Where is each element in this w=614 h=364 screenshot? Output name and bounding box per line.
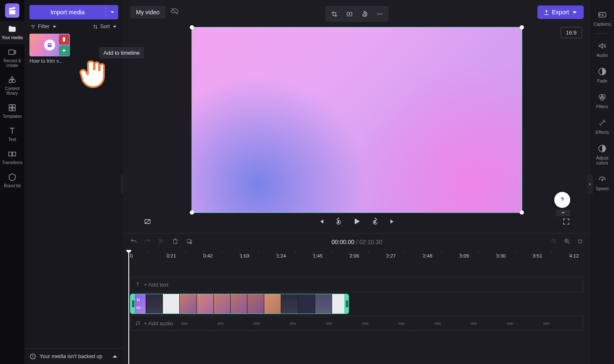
rr-effects[interactable]: Effects (590, 114, 614, 140)
rotate-button[interactable] (357, 8, 372, 20)
right-panel-expand-handle[interactable] (587, 175, 593, 194)
backup-warning[interactable]: Your media isn't backed up (24, 348, 123, 364)
zoom-out-button[interactable] (550, 238, 558, 246)
svg-point-21 (190, 242, 191, 244)
resize-handle-tr[interactable] (520, 25, 524, 29)
media-play-badge (44, 40, 55, 50)
play-icon (352, 216, 362, 226)
rail-label: Record & create (1, 58, 24, 68)
media-add-to-timeline-button[interactable] (59, 45, 69, 56)
cloud-off-indicator[interactable] (170, 7, 179, 17)
rail-label: Your media (1, 35, 24, 40)
svg-rect-8 (13, 152, 16, 156)
ruler-minor-tick (149, 251, 149, 253)
zoom-in-button[interactable] (563, 238, 571, 246)
contrast-icon (598, 144, 607, 153)
media-delete-button[interactable] (59, 35, 69, 45)
audio-placeholders (181, 323, 579, 324)
filter-button[interactable]: Filter (30, 24, 57, 29)
media-thumbnail[interactable] (29, 34, 70, 56)
rr-label: Captions (593, 21, 611, 27)
rr-label: Effects (595, 130, 609, 135)
rr-adjust-colors[interactable]: Adjust colors (590, 140, 614, 170)
chevron-down-icon (112, 24, 117, 29)
resize-handle-tl[interactable] (190, 25, 194, 29)
text-track[interactable]: + Add text (130, 277, 584, 292)
ruler-minor-tick (332, 251, 332, 253)
export-button[interactable]: Export (537, 5, 584, 19)
rail-text[interactable]: Text (0, 123, 24, 146)
time-total: 02:10.30 (359, 239, 383, 245)
hide-watermark-button[interactable] (144, 218, 152, 226)
redo-button[interactable] (144, 238, 151, 246)
skip-start-button[interactable] (317, 218, 325, 226)
skip-end-button[interactable] (388, 218, 396, 226)
svg-rect-0 (9, 50, 14, 55)
project-title[interactable]: My video (130, 6, 165, 19)
rr-fade[interactable]: Fade (590, 63, 614, 88)
ruler-tick: 2:27 (386, 253, 396, 258)
playhead[interactable] (128, 250, 129, 364)
video-clip[interactable] (130, 294, 349, 314)
chevron-down-icon (561, 210, 566, 215)
forward-button[interactable]: 5 (371, 218, 379, 226)
rewind-button[interactable]: 5 (335, 218, 343, 226)
music-icon (135, 320, 141, 326)
volume-icon (136, 305, 141, 311)
preview-canvas[interactable] (191, 27, 522, 213)
rr-filters[interactable]: Filters (590, 88, 614, 114)
video-track[interactable] (130, 294, 584, 314)
rr-speed[interactable]: Speed (590, 170, 614, 196)
split-button[interactable] (158, 238, 165, 246)
tooltip: Add to timeline (99, 47, 144, 58)
fit-button[interactable] (342, 8, 356, 20)
redo-icon (144, 238, 151, 245)
ruler-minor-tick (185, 251, 186, 253)
sort-button[interactable]: Sort (93, 24, 117, 29)
play-button[interactable] (352, 216, 362, 226)
timeline[interactable]: 00:210:421:031:241:452:062:272:483:093:3… (123, 250, 590, 364)
media-item[interactable]: How to trim v... (29, 34, 70, 64)
crop-button[interactable] (327, 8, 341, 20)
rr-label: Audio (597, 53, 608, 58)
ruler-tick: 0 (130, 253, 133, 258)
filter-icon (30, 24, 36, 29)
svg-point-14 (381, 13, 382, 14)
duplicate-button[interactable] (186, 238, 193, 246)
svg-point-18 (159, 239, 161, 241)
import-row: Import media (24, 0, 123, 22)
rail-templates[interactable]: Templates (0, 100, 24, 123)
rail-record[interactable]: Record & create (0, 44, 24, 72)
rr-audio[interactable]: Audio (590, 37, 614, 63)
speaker-icon (598, 41, 607, 50)
aspect-ratio-button[interactable]: 16:9 (561, 27, 582, 38)
timeline-ruler[interactable]: 00:210:421:031:241:452:062:272:483:093:3… (123, 250, 590, 263)
clip-trim-handle-right[interactable] (344, 294, 348, 314)
delete-button[interactable] (172, 238, 179, 246)
help-button[interactable] (554, 192, 570, 208)
rail-brand-kit[interactable]: Brand kit (0, 169, 24, 192)
ruler-minor-tick (222, 251, 222, 253)
import-media-button[interactable]: Import media (29, 5, 106, 19)
filters-icon (598, 93, 607, 102)
ruler-tick: 3:30 (496, 253, 505, 258)
collapse-preview-button[interactable] (556, 210, 570, 216)
rail-content-library[interactable]: Content library (0, 72, 24, 100)
rail-transitions[interactable]: Transitions (0, 146, 24, 169)
transitions-icon (8, 149, 17, 159)
clip-trim-handle-left[interactable] (130, 294, 135, 314)
speed-icon (598, 175, 607, 184)
more-button[interactable] (372, 8, 387, 20)
undo-button[interactable] (130, 238, 137, 246)
import-media-dropdown[interactable] (106, 5, 118, 19)
app-logo[interactable] (5, 3, 19, 18)
fullscreen-button[interactable] (562, 218, 570, 226)
svg-text:5: 5 (338, 221, 339, 223)
zoom-fit-button[interactable] (577, 238, 584, 246)
svg-rect-7 (9, 152, 12, 156)
add-audio-label: + Add audio (144, 320, 173, 327)
audio-track[interactable]: + Add audio (130, 316, 584, 331)
rail-your-media[interactable]: Your media (0, 21, 24, 44)
rr-captions[interactable]: Captions (590, 6, 614, 32)
ruler-minor-tick (515, 251, 515, 253)
